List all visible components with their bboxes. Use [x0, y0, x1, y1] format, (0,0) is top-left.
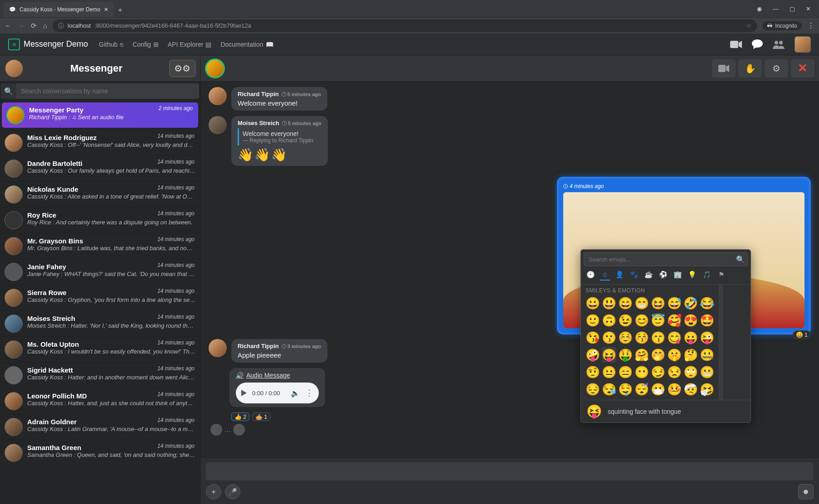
emoji-cell[interactable]: 🙂	[585, 313, 600, 328]
emoji-cell[interactable]: 😜	[700, 330, 714, 345]
forward-icon[interactable]: →	[18, 22, 24, 30]
audio-menu-icon[interactable]: ⋮	[305, 388, 313, 398]
emoji-cell[interactable]: 🤑	[618, 347, 633, 363]
conversation-item[interactable]: Samantha Green Samantha Green : Queen, a…	[0, 440, 200, 466]
cat-animals-icon[interactable]: 🐾	[629, 271, 639, 281]
conversation-item[interactable]: Ms. Oleta Upton Cassidy Koss : I wouldn'…	[0, 337, 200, 363]
emoji-cell[interactable]: 🤨	[585, 364, 600, 380]
emoji-cell[interactable]: 🥰	[667, 313, 682, 328]
conversation-item[interactable]: Moises Streich Moises Streich : Hatter. …	[0, 311, 200, 337]
emoji-cell[interactable]: 🤤	[618, 382, 633, 397]
conversation-item[interactable]: Adrain Goldner Cassidy Koss : Latin Gram…	[0, 414, 200, 440]
conversation-item[interactable]: Janie Fahey Janie Fahey : WHAT things?' …	[0, 259, 200, 285]
emoji-search-input[interactable]	[584, 256, 734, 263]
emoji-cell[interactable]: 😃	[602, 296, 616, 311]
search-input[interactable]	[16, 87, 199, 95]
cat-smileys-icon[interactable]: ☺	[600, 271, 610, 281]
emoji-cell[interactable]: 🤗	[634, 347, 649, 363]
emoji-cell[interactable]: ☺️	[618, 330, 633, 345]
reload-icon[interactable]: ⟳	[31, 22, 37, 30]
chat-bubble-icon[interactable]	[752, 39, 763, 49]
emoji-cell[interactable]: 😊	[634, 313, 649, 328]
reaction-chip[interactable]: 👍2	[231, 412, 249, 421]
emoji-cell[interactable]: 😙	[651, 330, 665, 345]
emoji-cell[interactable]: 🤔	[683, 347, 698, 363]
emoji-scrollbar[interactable]	[719, 285, 723, 400]
cat-travel-icon[interactable]: 🏢	[673, 271, 682, 281]
message-avatar[interactable]	[209, 87, 227, 105]
site-info-icon[interactable]: ⓘ	[58, 22, 64, 30]
emoji-cell[interactable]: 😝	[602, 347, 616, 363]
message-input[interactable]	[206, 462, 814, 480]
emoji-cell[interactable]: 😐	[602, 364, 616, 380]
emoji-cell[interactable]: 😋	[667, 330, 682, 345]
address-bar[interactable]: ⓘ localhost:8000/messenger/942e4166-6467…	[53, 19, 757, 32]
emoji-cell[interactable]: 😍	[683, 313, 698, 328]
message-avatar[interactable]	[209, 339, 227, 357]
attach-button[interactable]: ＋	[206, 484, 221, 499]
contacts-icon[interactable]	[773, 40, 785, 49]
close-window-icon[interactable]: ✕	[806, 5, 811, 12]
chat-settings-button[interactable]: ⚙	[765, 59, 788, 78]
emoji-cell[interactable]: 😪	[602, 382, 616, 397]
emoji-cell[interactable]: 😄	[618, 296, 633, 311]
message-bubble[interactable]: Moises Streich 5 minutes ago Welcome eve…	[231, 116, 328, 166]
new-tab-button[interactable]: ＋	[114, 3, 127, 17]
emoji-cell[interactable]: 🤧	[700, 382, 714, 397]
maximize-icon[interactable]: ▢	[790, 5, 795, 12]
back-icon[interactable]: ←	[5, 22, 11, 30]
cat-people-icon[interactable]: 👤	[614, 271, 624, 281]
nav-link-config[interactable]: Config⊞	[132, 41, 158, 48]
volume-icon[interactable]: 🔈	[291, 389, 300, 397]
emoji-picker[interactable]: 🔍 🕘 ☺ 👤 🐾 ☕ ⚽ 🏢 💡 🎵 ⚑ SMILEYS & EM	[580, 249, 751, 423]
conversation-item[interactable]: Messenger Party Richard Tippin : ♫ Sent …	[2, 102, 198, 128]
emoji-cell[interactable]: 😷	[651, 382, 665, 397]
conversation-item[interactable]: Roy Rice Roy Rice : And certainly there …	[0, 208, 200, 233]
emoji-cell[interactable]: 🤕	[683, 382, 698, 397]
emoji-cell[interactable]: 🤣	[683, 296, 698, 311]
close-tab-icon[interactable]: ✕	[104, 6, 108, 13]
conversation-item[interactable]: Sigrid Hackett Cassidy Koss : Hatter: an…	[0, 363, 200, 388]
settings-button[interactable]: ⚙⚙	[169, 60, 195, 77]
cat-flags-icon[interactable]: ⚑	[716, 271, 726, 281]
emoji-cell[interactable]: 😂	[700, 296, 714, 311]
nav-link-api[interactable]: API Explorer▤	[168, 41, 212, 48]
cat-symbols-icon[interactable]: 🎵	[702, 271, 712, 281]
conversation-item[interactable]: Dandre Bartoletti Cassidy Koss : Our fam…	[0, 156, 200, 182]
chat-video-button[interactable]	[712, 59, 736, 78]
emoji-cell[interactable]: 🤩	[700, 313, 714, 328]
emoji-cell[interactable]: 😁	[634, 296, 649, 311]
browser-menu-icon[interactable]: ⋮	[807, 21, 814, 30]
emoji-cell[interactable]: 🙄	[683, 364, 698, 380]
my-avatar[interactable]	[5, 59, 24, 78]
user-avatar[interactable]	[795, 36, 811, 53]
emoji-cell[interactable]: 🤪	[585, 347, 600, 363]
emoji-cell[interactable]: 😉	[618, 313, 633, 328]
emoji-cell[interactable]: 🤒	[667, 382, 682, 397]
audio-player[interactable]: 0:00 / 0:00 🔈 ⋮	[236, 383, 319, 403]
emoji-cell[interactable]: 😆	[651, 296, 665, 311]
cat-objects-icon[interactable]: 💡	[687, 271, 697, 281]
message-avatar[interactable]	[209, 116, 227, 134]
emoji-cell[interactable]: 😘	[585, 330, 600, 345]
message-scroll[interactable]: Richard Tippin 5 minutes ago Welcome eve…	[200, 82, 819, 457]
browser-tab[interactable]: 💬 Cassidy Koss - Messenger Demo ✕	[4, 2, 114, 17]
video-call-icon[interactable]	[730, 40, 742, 48]
audio-message-bubble[interactable]: 🔊Audio Message 0:00 / 0:00 🔈 ⋮	[229, 368, 325, 407]
emoji-cell[interactable]: 😛	[683, 330, 698, 345]
incognito-badge[interactable]: 🕶 Incognito	[762, 21, 802, 30]
emoji-cell[interactable]: 😅	[667, 296, 682, 311]
emoji-cell[interactable]: 😬	[700, 364, 714, 380]
emoji-cell[interactable]: 😴	[634, 382, 649, 397]
emoji-button[interactable]: ☻	[798, 484, 814, 499]
emoji-cell[interactable]: 🤭	[651, 347, 665, 363]
conversation-list[interactable]: Messenger Party Richard Tippin : ♫ Sent …	[0, 101, 200, 504]
app-logo[interactable]: ≡ Messenger Demo	[8, 39, 88, 50]
cat-activity-icon[interactable]: ⚽	[658, 271, 668, 281]
emoji-cell[interactable]: 😒	[667, 364, 682, 380]
conversation-item[interactable]: Mr. Grayson Bins Mr. Grayson Bins : Lati…	[0, 233, 200, 259]
emoji-cell[interactable]: 🤐	[700, 347, 714, 363]
home-icon[interactable]: ⌂	[43, 22, 47, 30]
message-bubble[interactable]: Richard Tippin 3 minutes ago Apple pieee…	[231, 339, 327, 363]
emoji-cell[interactable]: 🙃	[602, 313, 616, 328]
